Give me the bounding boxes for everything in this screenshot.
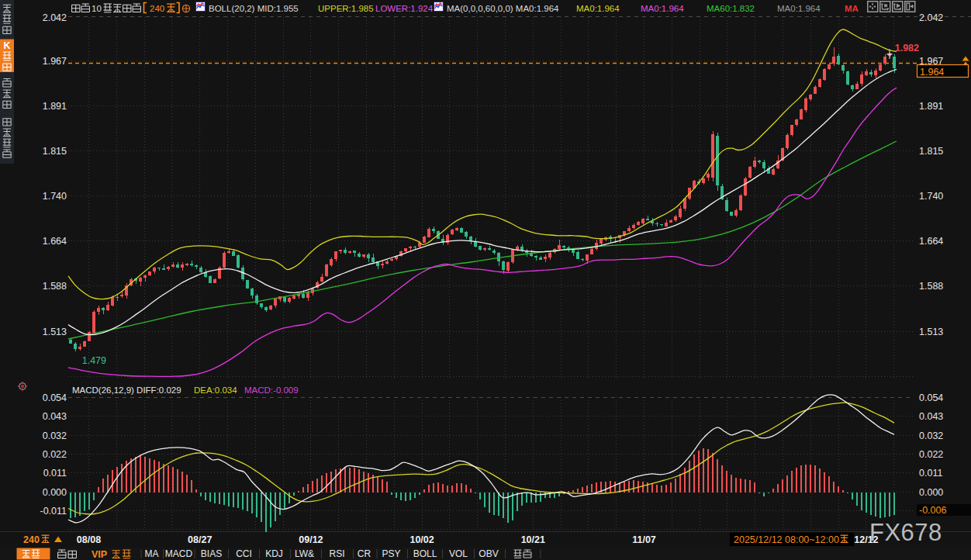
svg-text:0.011: 0.011 — [919, 468, 942, 479]
svg-text:1.588: 1.588 — [919, 281, 943, 292]
svg-text:10/02: 10/02 — [409, 534, 434, 545]
svg-text:MACD(26,12,9) DIFF:0.029: MACD(26,12,9) DIFF:0.029 — [72, 385, 181, 395]
svg-text:MA: MA — [845, 4, 859, 13]
svg-text:LOWER:1.924: LOWER:1.924 — [375, 4, 434, 13]
svg-text:MACD:-0.009: MACD:-0.009 — [244, 385, 299, 395]
svg-text:2.042: 2.042 — [919, 12, 943, 23]
svg-text:MA0:1.964: MA0:1.964 — [576, 4, 620, 13]
svg-text:-0.011: -0.011 — [40, 506, 67, 517]
svg-text:1.740: 1.740 — [919, 191, 943, 202]
svg-text:DEA:0.034: DEA:0.034 — [194, 385, 237, 395]
svg-text:10: 10 — [92, 4, 102, 13]
svg-text:08/08: 08/08 — [77, 534, 101, 545]
svg-text:240: 240 — [150, 4, 164, 13]
svg-text:RSI: RSI — [329, 548, 344, 559]
svg-text:1.967: 1.967 — [43, 56, 67, 67]
svg-text:0.032: 0.032 — [43, 430, 67, 441]
svg-text:0.022: 0.022 — [919, 449, 943, 460]
svg-text:MA: MA — [145, 548, 159, 559]
svg-text:1.588: 1.588 — [43, 281, 67, 292]
svg-text:0.054: 0.054 — [43, 392, 67, 403]
svg-text:1.513: 1.513 — [43, 327, 67, 337]
svg-text:BIAS: BIAS — [201, 548, 222, 559]
svg-text:1.740: 1.740 — [43, 191, 67, 202]
svg-text:1.664: 1.664 — [43, 236, 67, 247]
svg-text:1.982: 1.982 — [895, 43, 919, 54]
svg-text:MA0:1.964: MA0:1.964 — [641, 4, 684, 13]
svg-text:1.891: 1.891 — [43, 101, 67, 112]
svg-text:1.815: 1.815 — [43, 146, 67, 157]
svg-text:UPPER:1.985: UPPER:1.985 — [318, 4, 374, 13]
svg-text:0.022: 0.022 — [43, 449, 67, 460]
svg-text:11/07: 11/07 — [632, 534, 656, 545]
svg-text:MACD: MACD — [165, 548, 193, 559]
svg-text:2025/12/12 08:00~12:00: 2025/12/12 08:00~12:00 — [734, 534, 839, 545]
svg-text:MA(0,0,0,60,0,0) MA0:1.964: MA(0,0,0,60,0,0) MA0:1.964 — [447, 4, 559, 13]
svg-text:KDJ: KDJ — [265, 548, 283, 559]
svg-text:09/12: 09/12 — [299, 534, 323, 545]
svg-text:1.964: 1.964 — [920, 67, 944, 78]
svg-text:VIP: VIP — [92, 549, 107, 560]
svg-text:0.011: 0.011 — [43, 468, 67, 479]
svg-text:1.479: 1.479 — [82, 355, 106, 366]
svg-text:LW&: LW& — [295, 548, 314, 559]
svg-text:1.891: 1.891 — [919, 101, 943, 112]
svg-text:10/21: 10/21 — [521, 534, 545, 545]
svg-text:1.664: 1.664 — [919, 236, 943, 247]
svg-text:BOLL: BOLL — [413, 548, 437, 559]
svg-text:240: 240 — [23, 534, 40, 545]
svg-text:0.043: 0.043 — [43, 411, 67, 422]
svg-text:CCI: CCI — [236, 548, 252, 559]
svg-text:OBV: OBV — [479, 548, 498, 559]
svg-text:-0.006: -0.006 — [919, 505, 946, 516]
svg-text:MA60:1.832: MA60:1.832 — [707, 4, 755, 13]
svg-text:1.815: 1.815 — [919, 146, 943, 157]
svg-text:BOLL(20,2) MID:1.955: BOLL(20,2) MID:1.955 — [209, 4, 299, 13]
svg-text:0.000: 0.000 — [43, 487, 67, 498]
svg-text:K: K — [3, 40, 10, 51]
svg-text:0.043: 0.043 — [919, 411, 943, 422]
svg-text:0.000: 0.000 — [919, 487, 943, 498]
svg-text:1.513: 1.513 — [919, 327, 943, 337]
svg-text:2.042: 2.042 — [43, 12, 67, 23]
svg-text:CR: CR — [358, 548, 371, 559]
svg-text:MA0:1.964: MA0:1.964 — [777, 4, 821, 13]
svg-text:0.032: 0.032 — [919, 430, 943, 441]
svg-text:FX678: FX678 — [869, 519, 942, 546]
svg-text:0.054: 0.054 — [919, 392, 943, 403]
svg-text:VOL: VOL — [449, 548, 468, 559]
svg-text:PSY: PSY — [382, 548, 400, 559]
svg-text:08/27: 08/27 — [188, 534, 212, 545]
